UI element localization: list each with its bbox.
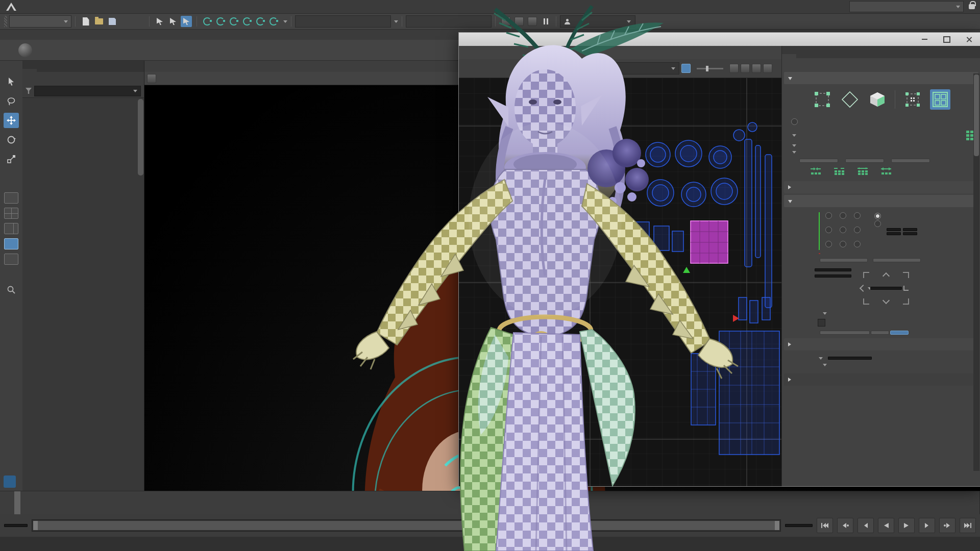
collapsed-section-header[interactable] bbox=[784, 181, 978, 193]
move-v-field[interactable] bbox=[815, 274, 851, 278]
toolbar-grip[interactable] bbox=[4, 16, 7, 27]
chevron-down-icon[interactable] bbox=[823, 364, 827, 366]
snap-to-curve-button[interactable] bbox=[215, 16, 226, 27]
uv-area-v-min-field[interactable] bbox=[887, 232, 901, 235]
align-shells-u-icon[interactable] bbox=[810, 167, 822, 177]
outliner-scrollbar[interactable] bbox=[138, 99, 143, 176]
outliner-row[interactable] bbox=[22, 99, 144, 109]
ipr-render-button[interactable] bbox=[513, 16, 525, 27]
four-pane-layout-button[interactable] bbox=[4, 208, 18, 219]
menu-item[interactable] bbox=[156, 0, 167, 13]
mel-script-button[interactable] bbox=[4, 475, 16, 488]
move-left-icon[interactable] bbox=[860, 285, 867, 292]
dim-image-slider[interactable] bbox=[697, 68, 723, 69]
chevron-down-icon[interactable] bbox=[823, 312, 827, 315]
align-shells-v-icon[interactable] bbox=[833, 167, 845, 177]
vertex-selection-icon[interactable] bbox=[812, 89, 832, 110]
selection-mode-radio[interactable] bbox=[784, 117, 978, 127]
move-u-field[interactable] bbox=[815, 268, 851, 271]
menu-item[interactable] bbox=[145, 0, 156, 13]
render-settings-button[interactable] bbox=[527, 16, 538, 27]
menu-item[interactable] bbox=[78, 0, 89, 13]
uv-area-v-max-field[interactable] bbox=[903, 232, 917, 235]
distribute-u-button[interactable] bbox=[871, 331, 889, 335]
go-to-start-button[interactable] bbox=[817, 518, 833, 533]
uv-toolkit-scrollbar[interactable] bbox=[973, 73, 979, 471]
chevron-down-icon[interactable] bbox=[792, 151, 796, 154]
uv-persp-layout-button[interactable] bbox=[4, 238, 18, 249]
checkbox-checked-icon[interactable] bbox=[818, 319, 825, 327]
face-selection-icon[interactable] bbox=[867, 89, 888, 110]
menu-item[interactable] bbox=[55, 0, 66, 13]
step-forward-frame-button[interactable] bbox=[919, 518, 935, 533]
play-forward-button[interactable] bbox=[898, 518, 915, 533]
move-tool-icon[interactable] bbox=[4, 113, 19, 128]
move-down-right-icon[interactable] bbox=[903, 298, 909, 305]
move-down-icon[interactable] bbox=[883, 297, 890, 304]
uv-shell-selection-icon[interactable] bbox=[930, 89, 950, 110]
chevron-down-icon[interactable] bbox=[394, 20, 398, 23]
uv-sets-section-header[interactable] bbox=[784, 373, 978, 386]
menu-item[interactable] bbox=[134, 0, 145, 13]
chevron-down-icon[interactable] bbox=[792, 134, 796, 137]
select-all-button[interactable] bbox=[799, 159, 838, 163]
snap-to-view-plane-button[interactable] bbox=[255, 16, 266, 27]
menu-item[interactable] bbox=[44, 0, 55, 13]
chevron-down-icon[interactable] bbox=[283, 20, 287, 23]
render-button[interactable] bbox=[500, 16, 511, 27]
spread-shells-icon[interactable] bbox=[880, 167, 892, 177]
pause-viewport-button[interactable] bbox=[540, 16, 551, 27]
uv-area-u-max-field[interactable] bbox=[903, 228, 917, 231]
pivot-position-grid[interactable] bbox=[825, 212, 867, 254]
move-up-left-icon[interactable] bbox=[863, 272, 869, 278]
symmetry-field[interactable] bbox=[406, 15, 492, 28]
outliner-persp-layout-button[interactable] bbox=[4, 254, 18, 265]
go-to-end-button[interactable] bbox=[960, 518, 976, 533]
outliner-search-input[interactable] bbox=[34, 86, 141, 96]
uv-editor-titlebar[interactable] bbox=[459, 33, 980, 46]
transform-section-header[interactable] bbox=[784, 195, 978, 207]
shelf-tool-icon[interactable] bbox=[18, 43, 32, 57]
select-by-component-button[interactable] bbox=[181, 16, 192, 27]
snap-to-projected-center-button[interactable] bbox=[241, 16, 253, 27]
step-back-frame-button[interactable] bbox=[857, 518, 874, 533]
select-by-hierarchy-button[interactable] bbox=[154, 16, 165, 27]
scale-tool-icon[interactable] bbox=[4, 152, 19, 167]
live-surface-field[interactable] bbox=[295, 15, 391, 28]
uv-distortion-icon[interactable] bbox=[763, 64, 772, 73]
viewport-toolbar-icon[interactable] bbox=[147, 74, 156, 83]
image-ratio-icon[interactable] bbox=[681, 64, 691, 73]
menu-item[interactable] bbox=[111, 0, 122, 13]
two-pane-layout-button[interactable] bbox=[4, 223, 18, 234]
edge-selection-icon[interactable] bbox=[840, 89, 860, 110]
zoom-magnifier-icon[interactable] bbox=[4, 282, 19, 297]
menu-item[interactable] bbox=[122, 0, 134, 13]
rotate-angle-field[interactable] bbox=[828, 357, 872, 360]
move-down-left-icon[interactable] bbox=[863, 298, 869, 305]
move-step-field[interactable] bbox=[870, 287, 902, 290]
filter-icon[interactable] bbox=[26, 88, 32, 94]
save-scene-button[interactable] bbox=[107, 16, 118, 27]
distribute-button[interactable] bbox=[820, 331, 870, 335]
account-menu[interactable] bbox=[560, 15, 635, 28]
snap-to-point-button[interactable] bbox=[228, 16, 239, 27]
tools-section-header[interactable] bbox=[784, 338, 978, 350]
lock-icon[interactable] bbox=[969, 4, 975, 9]
open-scene-button[interactable] bbox=[93, 16, 105, 27]
uv-toolkit-tab[interactable] bbox=[782, 54, 796, 58]
chevron-down-icon[interactable] bbox=[133, 90, 137, 92]
uv-area-u-min-field[interactable] bbox=[887, 228, 901, 231]
minimize-button[interactable] bbox=[913, 33, 936, 46]
uv-selection-icon[interactable] bbox=[902, 89, 923, 110]
make-live-button[interactable] bbox=[268, 16, 279, 27]
checker-display-icon[interactable] bbox=[549, 64, 558, 73]
maximize-button[interactable] bbox=[936, 33, 958, 46]
redo-button[interactable] bbox=[133, 16, 144, 27]
time-slider[interactable] bbox=[0, 491, 980, 515]
menu-item[interactable] bbox=[100, 0, 111, 13]
distribute-shells-icon[interactable] bbox=[856, 167, 869, 177]
lasso-tool-icon[interactable] bbox=[4, 93, 19, 109]
workspace-dropdown[interactable] bbox=[849, 1, 964, 12]
select-tool-icon[interactable] bbox=[4, 74, 19, 89]
texture-name-dropdown[interactable] bbox=[571, 62, 679, 74]
